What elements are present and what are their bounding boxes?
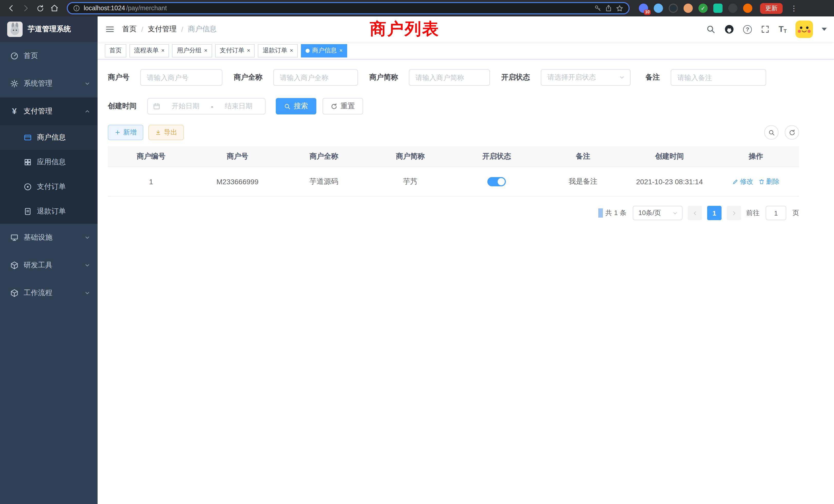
- sidebar-item-devtools[interactable]: 研发工具: [0, 251, 97, 279]
- status-toggle[interactable]: [487, 177, 506, 186]
- toggle-search-button[interactable]: [764, 125, 778, 140]
- annotation-overlay: 商户列表: [370, 18, 440, 41]
- fullscreen-icon[interactable]: [761, 25, 770, 34]
- search-icon: [284, 103, 291, 110]
- password-key-icon[interactable]: [594, 5, 601, 12]
- delete-link[interactable]: 删除: [759, 177, 780, 186]
- extension-icon[interactable]: [654, 4, 663, 13]
- chevron-down-icon: [84, 234, 90, 241]
- tab-pay-order[interactable]: 支付订单×: [215, 44, 255, 57]
- sidebar-item-home[interactable]: 首页: [0, 42, 97, 70]
- create-time-range-picker[interactable]: 开始日期 - 结束日期: [147, 98, 265, 114]
- refresh-table-button[interactable]: [785, 125, 799, 140]
- export-button[interactable]: 导出: [148, 125, 184, 140]
- app-logo[interactable]: 芋道管理系统: [0, 17, 97, 42]
- sidebar-item-infrastructure[interactable]: 基础设施: [0, 224, 97, 251]
- tab-home[interactable]: 首页: [105, 44, 126, 57]
- tab-refund-order[interactable]: 退款订单×: [258, 44, 298, 57]
- sidebar-item-system[interactable]: 系统管理: [0, 70, 97, 97]
- extension-icon[interactable]: ✓: [698, 4, 708, 13]
- column-header: 商户全称: [281, 152, 367, 161]
- extension-icon[interactable]: [713, 4, 723, 13]
- field-label: 开启状态: [501, 73, 541, 82]
- search-form-row-1: 商户号 商户全称 商户简称 开启状态 请选择开启状态 备注: [108, 69, 824, 86]
- merchant-short-input[interactable]: [409, 69, 490, 86]
- sidebar-item-payment[interactable]: ¥ 支付管理: [0, 97, 97, 125]
- column-header: 备注: [540, 152, 627, 161]
- back-button[interactable]: [5, 2, 18, 14]
- extension-icon[interactable]: [728, 4, 738, 13]
- address-bar[interactable]: localhost:1024/pay/merchant: [67, 2, 630, 14]
- close-icon[interactable]: ×: [339, 48, 343, 53]
- field-label: 创建时间: [108, 101, 147, 111]
- toggle-knob: [498, 178, 505, 185]
- edit-link-label: 修改: [740, 177, 753, 186]
- sidebar-item-label: 系统管理: [24, 79, 79, 88]
- reset-button[interactable]: 重置: [323, 98, 363, 114]
- sidebar-item-label: 工作流程: [24, 289, 79, 298]
- search-button[interactable]: 搜索: [276, 98, 316, 114]
- reload-button[interactable]: [34, 2, 46, 14]
- tab-label: 流程表单: [134, 46, 159, 55]
- status-select[interactable]: 请选择开启状态: [541, 69, 631, 86]
- text-selection-highlight: [598, 208, 603, 217]
- close-icon[interactable]: ×: [290, 48, 293, 53]
- sidebar-item-pay-order[interactable]: 支付订单: [0, 175, 97, 199]
- extension-icon[interactable]: [683, 4, 693, 13]
- help-icon[interactable]: ?: [743, 25, 752, 33]
- sidebar-toggle-icon[interactable]: [97, 17, 122, 42]
- form-item-create-time: 创建时间 开始日期 - 结束日期: [108, 98, 265, 114]
- page-size-select[interactable]: 10条/页: [633, 206, 682, 220]
- merchant-name-input[interactable]: [273, 69, 358, 86]
- tab-merchant-info[interactable]: 商户信息×: [301, 44, 347, 57]
- prev-page-button[interactable]: [688, 206, 702, 220]
- refresh-icon: [331, 103, 337, 110]
- form-item-merchant-no: 商户号: [108, 69, 222, 86]
- edit-link[interactable]: 修改: [732, 177, 753, 186]
- breadcrumb-separator: /: [181, 25, 183, 33]
- page-button-current[interactable]: 1: [707, 206, 722, 220]
- chevron-down-icon[interactable]: [822, 28, 827, 31]
- chrome-update-button[interactable]: 更新: [760, 3, 783, 14]
- table-toolbar: 新增 导出: [108, 125, 799, 140]
- close-icon[interactable]: ×: [161, 48, 164, 53]
- sidebar-item-app-info[interactable]: 应用信息: [0, 150, 97, 175]
- font-size-icon[interactable]: TT: [778, 25, 787, 34]
- breadcrumb-payment[interactable]: 支付管理: [148, 25, 177, 34]
- next-page-button[interactable]: [727, 206, 741, 220]
- breadcrumb-home[interactable]: 首页: [122, 25, 137, 34]
- end-date-placeholder: 结束日期: [218, 101, 260, 111]
- sidebar-item-merchant-info[interactable]: 商户信息: [0, 125, 97, 150]
- extension-icon[interactable]: [668, 4, 678, 13]
- close-icon[interactable]: ×: [247, 48, 250, 53]
- profile-avatar[interactable]: [743, 4, 752, 13]
- bookmark-star-icon[interactable]: [616, 4, 623, 12]
- goto-page-input[interactable]: [766, 206, 786, 220]
- merchant-no-input[interactable]: [140, 69, 222, 86]
- browser-menu-icon[interactable]: ⋮: [790, 4, 797, 12]
- sidebar-item-workflow[interactable]: 工作流程: [0, 279, 97, 307]
- page-size-value: 10条/页: [638, 208, 661, 217]
- share-icon[interactable]: [605, 5, 612, 12]
- remark-input[interactable]: [671, 69, 766, 86]
- extension-badge: 10: [644, 10, 651, 15]
- home-button[interactable]: [48, 2, 61, 14]
- column-header: 商户简称: [367, 152, 454, 161]
- cell-merchant-no: M233666999: [194, 177, 281, 186]
- extension-icon[interactable]: 10: [639, 4, 648, 13]
- url-path: /pay/merchant: [126, 5, 167, 12]
- sidebar-item-label: 支付管理: [24, 107, 79, 116]
- add-button[interactable]: 新增: [108, 125, 143, 140]
- user-avatar[interactable]: [795, 21, 813, 38]
- search-icon[interactable]: [706, 25, 716, 34]
- site-info-icon[interactable]: [73, 5, 80, 12]
- tab-process-form[interactable]: 流程表单×: [129, 44, 169, 57]
- refresh-icon: [789, 129, 795, 136]
- tab-user-group[interactable]: 用户分组×: [172, 44, 212, 57]
- forward-button[interactable]: [20, 2, 32, 14]
- close-icon[interactable]: ×: [204, 48, 207, 53]
- goto-label: 前往: [746, 208, 760, 217]
- sidebar-item-refund-order[interactable]: 退款订单: [0, 199, 97, 224]
- github-icon[interactable]: [724, 24, 734, 35]
- total-suffix: 条: [620, 209, 627, 216]
